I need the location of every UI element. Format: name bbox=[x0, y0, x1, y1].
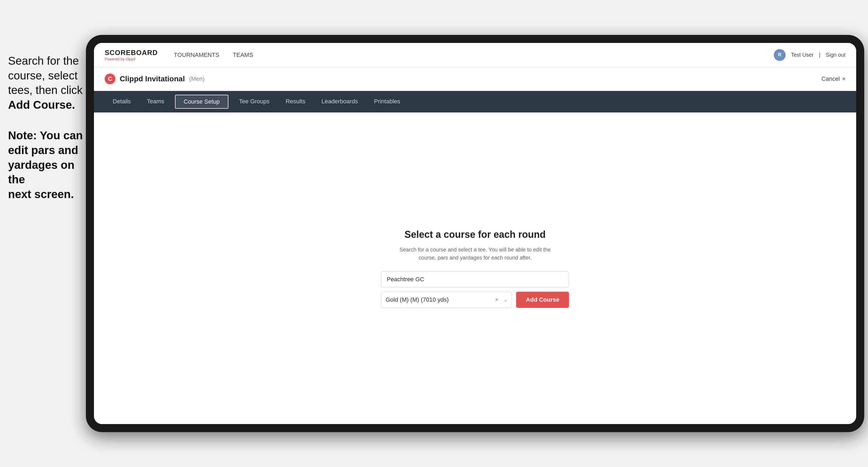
top-nav-links: TOURNAMENTS TEAMS bbox=[174, 52, 774, 59]
tab-results[interactable]: Results bbox=[278, 91, 313, 113]
main-content: Select a course for each round Search fo… bbox=[94, 113, 856, 424]
annotation-highlight: Add Course. bbox=[8, 98, 75, 111]
course-search-input[interactable] bbox=[381, 271, 569, 287]
tee-select-row: Gold (M) (M) (7010 yds) × ⌄ Add Course bbox=[381, 292, 569, 308]
tab-printables[interactable]: Printables bbox=[366, 91, 408, 113]
card-description: Search for a course and select a tee. Yo… bbox=[399, 246, 551, 262]
annotation-line2: course, select bbox=[8, 69, 78, 82]
logo-text: SCOREBOARD bbox=[105, 49, 158, 57]
annotation-line3: tees, then click bbox=[8, 84, 83, 96]
logo-sub: Powered by clippd bbox=[105, 57, 158, 61]
tab-details[interactable]: Details bbox=[105, 91, 139, 113]
nav-teams[interactable]: TEAMS bbox=[233, 52, 253, 59]
sign-out-link[interactable]: Sign out bbox=[826, 52, 845, 58]
tab-bar: Details Teams Course Setup Tee Groups Re… bbox=[94, 91, 856, 113]
nav-tournaments[interactable]: TOURNAMENTS bbox=[174, 52, 220, 59]
desc-line1: Search for a course and select a tee. Yo… bbox=[399, 247, 551, 253]
top-nav: SCOREBOARD Powered by clippd TOURNAMENTS… bbox=[94, 43, 856, 67]
tab-leaderboards[interactable]: Leaderboards bbox=[313, 91, 366, 113]
tee-select[interactable]: Gold (M) (M) (7010 yds) bbox=[381, 292, 512, 308]
cancel-button[interactable]: Cancel × bbox=[822, 75, 845, 83]
tournament-badge: (Men) bbox=[189, 75, 205, 83]
top-nav-right: R Test User | Sign out bbox=[774, 49, 845, 61]
desc-line2: course, pars and yardages for each round… bbox=[418, 255, 531, 260]
tab-course-setup[interactable]: Course Setup bbox=[175, 95, 228, 109]
tablet-frame: SCOREBOARD Powered by clippd TOURNAMENTS… bbox=[86, 35, 864, 432]
card-title: Select a course for each round bbox=[404, 229, 546, 240]
nav-separator: | bbox=[819, 52, 820, 58]
user-avatar: R bbox=[774, 49, 785, 61]
add-course-button[interactable]: Add Course bbox=[516, 292, 569, 308]
tournament-header: C Clippd Invitational (Men) Cancel × bbox=[94, 67, 856, 91]
user-label: Test User bbox=[791, 52, 813, 58]
tournament-title: C Clippd Invitational (Men) bbox=[105, 73, 205, 84]
course-select-card: Select a course for each round Search fo… bbox=[381, 229, 569, 308]
tee-select-wrapper: Gold (M) (M) (7010 yds) × ⌄ bbox=[381, 292, 512, 308]
tablet-screen: SCOREBOARD Powered by clippd TOURNAMENTS… bbox=[94, 43, 856, 424]
tournament-logo: C bbox=[105, 73, 116, 84]
logo-area: SCOREBOARD Powered by clippd bbox=[105, 49, 158, 61]
tab-tee-groups[interactable]: Tee Groups bbox=[231, 91, 278, 113]
cancel-icon: × bbox=[842, 75, 845, 83]
select-clear-icon[interactable]: × bbox=[495, 296, 498, 303]
annotation-note: Note: You can edit pars and yardages on … bbox=[8, 128, 86, 201]
tournament-name: Clippd Invitational bbox=[120, 74, 185, 83]
cancel-label: Cancel bbox=[822, 75, 840, 83]
tab-teams[interactable]: Teams bbox=[139, 91, 172, 113]
annotation-text: Search for the course, select tees, then… bbox=[8, 54, 86, 201]
annotation-line1: Search for the bbox=[8, 55, 79, 67]
